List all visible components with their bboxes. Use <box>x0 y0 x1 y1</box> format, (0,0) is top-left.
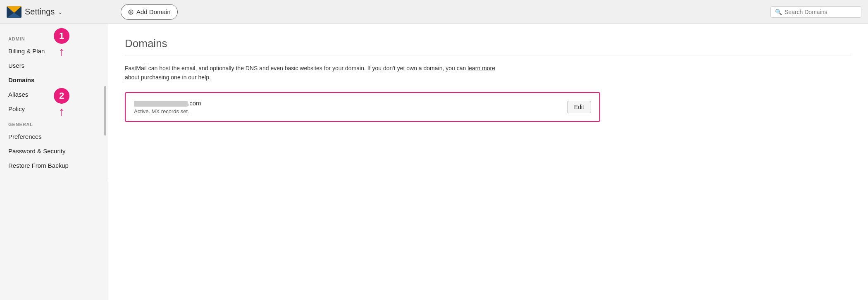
body-layout: ADMIN Billing & Plan Users Domains Alias… <box>0 24 868 300</box>
header: Settings ⌄ ⊕ Add Domain 🔍 <box>0 0 868 24</box>
domain-name-blurred <box>134 101 188 107</box>
add-domain-button[interactable]: ⊕ Add Domain <box>121 4 178 20</box>
domain-suffix: .com <box>188 100 201 107</box>
sidebar-item-restore[interactable]: Restore From Backup <box>0 158 108 173</box>
sidebar-wrapper: ADMIN Billing & Plan Users Domains Alias… <box>0 24 108 300</box>
sidebar-item-aliases[interactable]: Aliases <box>0 87 108 102</box>
sidebar-item-billing[interactable]: Billing & Plan <box>0 44 108 58</box>
description-end: . <box>209 74 211 81</box>
admin-section-label: ADMIN <box>0 31 108 44</box>
sidebar-scrollbar[interactable] <box>104 86 106 136</box>
sidebar-item-domains[interactable]: Domains <box>0 73 108 87</box>
domain-info: .com Active. MX records set. <box>134 100 201 114</box>
domain-name: .com <box>134 100 201 107</box>
page-title: Domains <box>125 37 851 55</box>
main-content: Domains FastMail can host the email, and… <box>108 24 868 300</box>
search-input[interactable] <box>785 9 851 15</box>
description-text: FastMail can host the email, and optiona… <box>125 65 466 71</box>
fastmail-logo-icon <box>7 6 21 18</box>
chevron-down-icon[interactable]: ⌄ <box>58 9 63 15</box>
sidebar-item-users[interactable]: Users <box>0 58 108 73</box>
page-description: FastMail can host the email, and optiona… <box>125 64 497 82</box>
plus-circle-icon: ⊕ <box>128 7 134 17</box>
sidebar-item-policy[interactable]: Policy <box>0 102 108 116</box>
add-domain-label: Add Domain <box>136 8 171 15</box>
app-title: Settings <box>25 7 55 17</box>
edit-domain-button[interactable]: Edit <box>567 101 591 113</box>
search-icon: 🔍 <box>775 9 782 15</box>
search-box[interactable]: 🔍 <box>770 6 861 18</box>
sidebar-item-preferences[interactable]: Preferences <box>0 129 108 144</box>
sidebar-item-password-security[interactable]: Password & Security <box>0 144 108 158</box>
domain-card: .com Active. MX records set. Edit <box>125 92 600 122</box>
sidebar: ADMIN Billing & Plan Users Domains Alias… <box>0 24 108 179</box>
domain-status: Active. MX records set. <box>134 108 201 114</box>
header-left: Settings ⌄ <box>7 6 114 18</box>
general-section-label: GENERAL <box>0 116 108 129</box>
